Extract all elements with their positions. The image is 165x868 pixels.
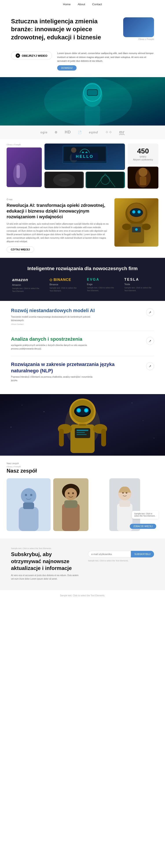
logo-doc: 📄: [78, 130, 82, 134]
gallery-teal-image: [86, 172, 125, 188]
gallery-caption: Obraz z Freepik: [7, 144, 42, 146]
svg-rect-63: [77, 430, 88, 431]
hero-section: Sztuczna inteligencja zmienia branże: in…: [0, 8, 165, 52]
team-member-1-image: [7, 478, 51, 531]
amazon-desc: Sample text. Click to select the Text El…: [12, 287, 41, 293]
svg-point-45: [143, 420, 143, 421]
svg-rect-9: [87, 90, 97, 95]
subscribe-left: Subskrybuj, aby otrzymywać najnowsze akt…: [11, 551, 81, 581]
team-member-2-image: [53, 478, 88, 531]
about-left: O nas Rewolucja AI: transformacja opieki…: [7, 198, 110, 253]
subscribe-sample-note: Sample text. Click to select the Text El…: [11, 547, 154, 550]
svg-rect-64: [77, 432, 85, 433]
gallery-bottom-row: [45, 172, 125, 188]
svg-rect-61: [101, 429, 106, 446]
about-title: Rewolucja AI: transformacja opieki zdrow…: [7, 203, 110, 220]
svg-point-44: [132, 403, 132, 403]
about-right: [114, 198, 158, 253]
svg-point-38: [142, 223, 151, 230]
brand-binance: ◇ BINANCE Binance Sample text. Click to …: [50, 278, 78, 293]
subscribe-grid: Subskrybuj, aby otrzymywać najnowsze akt…: [11, 551, 154, 581]
watch-video-button[interactable]: OBEJRZYJ WIDEO: [11, 52, 52, 60]
hero-image-block: Obraz z Freepik: [123, 18, 154, 40]
evga-name: Evga: [87, 283, 115, 285]
logo-dots: ⁘⁘: [105, 130, 112, 135]
hero-image-caption: Obraz z Freepik: [123, 38, 154, 40]
svg-point-68: [21, 488, 36, 503]
svg-point-56: [85, 409, 87, 412]
hero-banner-overlay: [0, 77, 165, 125]
nav-home[interactable]: Home: [63, 3, 71, 6]
svg-point-20: [71, 148, 76, 153]
service-text-2: Analiza danych i spostrzeżenia wyciągani…: [11, 336, 142, 351]
hello-badge: HELLO: [72, 153, 98, 160]
svg-point-34: [132, 210, 135, 213]
logo-mr: mr: [119, 130, 125, 134]
nav-contact[interactable]: Contact: [92, 3, 102, 6]
hero-bottom: OBEJRZYJ WIDEO Lorem ipsum dolor sit ame…: [0, 52, 165, 77]
binance-desc: Sample text. Click to select the Text El…: [50, 287, 78, 292]
team-section: Nasz zespół Obraz z Freepik Nasz zespół: [0, 456, 165, 538]
binance-name: Binance: [50, 283, 78, 286]
service-title-1: Rozwój niestandardowych modeli AI: [11, 308, 142, 314]
robot-image: [114, 198, 158, 247]
team-header: Nasz zespół Obraz z Freepik Nasz zespół: [7, 462, 158, 474]
subscribe-email-input[interactable]: [88, 551, 131, 557]
service-text-1: Rozwój niestandardowych modeli AI Tworze…: [11, 308, 142, 325]
svg-rect-69: [19, 507, 38, 531]
about-section: O nas Rewolucja AI: transformacja opieki…: [0, 193, 165, 258]
services-section: Rozwój niestandardowych modeli AI Tworze…: [0, 301, 165, 394]
team-member-3-image: [91, 478, 158, 531]
gallery-tall-image: [7, 148, 42, 187]
service-text-3: Rozwiązania w zakresie przetwarzania jęz…: [11, 361, 142, 382]
service-arrow-2[interactable]: [146, 337, 154, 345]
czytaj-button[interactable]: CZYTAJ WIĘCEJ: [7, 246, 34, 253]
tesla-desc: Sample text. Click to select the Text El…: [124, 286, 153, 292]
count-sub: Aktywni użytkownicy: [130, 158, 156, 161]
logo-eqmd: eqmd: [89, 130, 98, 134]
hero-image: [123, 18, 154, 37]
svg-point-70: [25, 494, 27, 496]
team-card-2: [53, 478, 88, 531]
count-box: 450 tysięcy Aktywni użytkownicy: [128, 144, 158, 165]
subscribe-section: Sample text. Click to select the Text El…: [0, 538, 165, 590]
svg-rect-65: [77, 434, 87, 435]
service-arrow-1[interactable]: [146, 308, 154, 316]
service-title-3: Rozwiązania w zakresie przetwarzania jęz…: [11, 361, 142, 374]
dowiedz-button[interactable]: DOWIEDZ: [57, 65, 77, 70]
logo-gear: ⚙: [55, 130, 58, 134]
team-sample-text: Sample text. Click to select the Text El…: [132, 511, 158, 519]
svg-rect-28: [140, 177, 146, 185]
about-body: Ut wisi enim ad minim veniam, quis nostr…: [7, 222, 110, 243]
subscribe-desc: At vero eos et accusam et justo duo dolo…: [11, 574, 81, 581]
evga-logo: EVGA: [87, 278, 115, 282]
service-divider-1: [11, 331, 154, 331]
hero-banner: [0, 77, 165, 125]
subscribe-form: SUBSKRYBUJ: [88, 551, 154, 557]
service-desc-3: Poprawa interakcji z klientami za pomocą…: [11, 375, 94, 382]
footer: Sample text. Click to select the Text El…: [0, 590, 165, 601]
amazon-logo: amazon: [12, 278, 41, 282]
robot-banner: [0, 394, 165, 456]
hero-banner-svg: [0, 77, 165, 125]
gallery-dark-image: [45, 172, 84, 188]
service-divider-2: [11, 356, 154, 356]
nav-about[interactable]: About: [78, 3, 85, 6]
svg-rect-79: [64, 500, 78, 508]
svg-point-37: [122, 223, 131, 230]
svg-point-35: [138, 210, 141, 213]
team-title: Nasz zespół: [7, 468, 158, 474]
svg-point-55: [78, 409, 80, 412]
svg-rect-3: [85, 106, 100, 125]
team-grid: Sample text. Click to select the Text El…: [7, 478, 158, 532]
service-arrow-3[interactable]: [146, 362, 154, 370]
gallery-center: HELLO: [45, 144, 125, 189]
svg-rect-12: [17, 165, 20, 178]
evga-desc: Sample text. Click to select the Text El…: [87, 286, 115, 292]
footer-text: Sample text. Click to select the Text El…: [60, 594, 105, 597]
brands-grid: amazon Amazon Sample text. Click to sele…: [11, 278, 154, 293]
hero-title: Sztuczna inteligencja zmienia branże: in…: [11, 18, 118, 41]
subscribe-submit-button[interactable]: SUBSKRYBUJ: [131, 551, 154, 557]
zobacze-button[interactable]: ZOBACZE WIĘCEJ: [130, 524, 156, 529]
subscribe-note: Sample text. Click to select the Text El…: [88, 560, 154, 562]
